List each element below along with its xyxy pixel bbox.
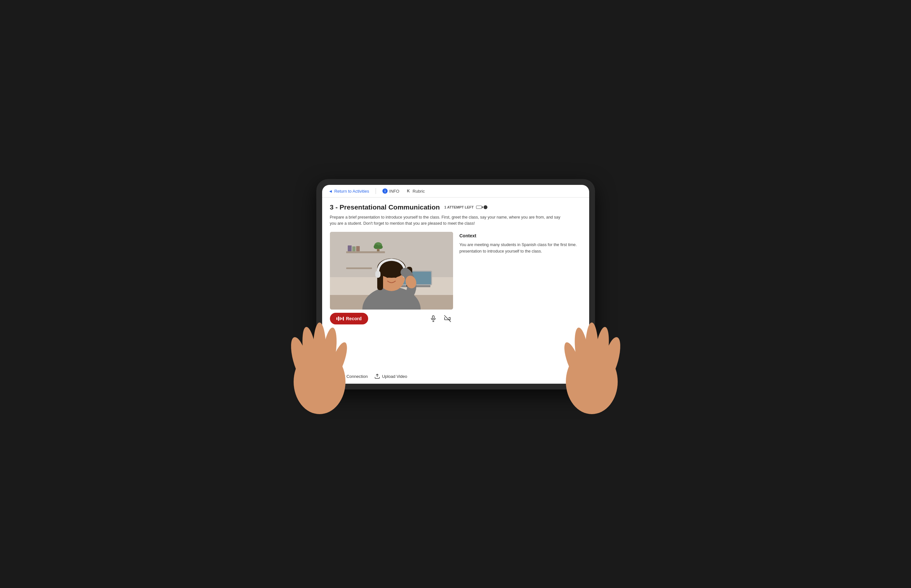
svg-rect-3 [346, 267, 372, 269]
page-title: 3 - Presentational Communication [330, 204, 440, 211]
top-nav: ◄ Return to Activities i INFO K Rubric [322, 185, 589, 197]
svg-rect-2 [346, 251, 385, 253]
hand-right-container [559, 310, 624, 415]
tab-info[interactable]: i INFO [383, 189, 399, 194]
microphone-icon [430, 315, 437, 322]
return-to-activities-link[interactable]: ◄ Return to Activities [329, 189, 370, 194]
app-container: ◄ Return to Activities i INFO K Rubric 3… [277, 173, 634, 415]
video-preview [330, 232, 453, 310]
attempts-label: 1 ATTEMPT LEFT [444, 205, 473, 209]
person-illustration [330, 232, 453, 310]
svg-line-29 [444, 315, 451, 321]
bottom-actions: Test Connection Upload Video [322, 369, 589, 384]
svg-rect-4 [348, 246, 352, 251]
svg-rect-5 [352, 246, 355, 251]
content-columns: Record [330, 232, 581, 328]
context-text: You are meeting many students in Spanish… [460, 242, 581, 255]
hand-left-container [287, 310, 352, 415]
back-arrow-icon: ◄ [329, 189, 333, 194]
upload-video-label: Upload Video [382, 374, 407, 379]
rubric-icon: K [406, 189, 411, 194]
page-title-row: 3 - Presentational Communication 1 ATTEM… [330, 204, 581, 211]
info-icon: i [383, 189, 387, 194]
tab-rubric[interactable]: K Rubric [406, 189, 425, 194]
svg-point-10 [378, 245, 383, 249]
upload-icon [374, 373, 380, 379]
info-label: INFO [389, 189, 399, 194]
upload-video-link[interactable]: Upload Video [374, 373, 407, 379]
svg-rect-21 [375, 271, 381, 278]
rubric-label: Rubric [413, 189, 425, 194]
right-hand-illustration [559, 310, 624, 414]
context-title: Context [460, 233, 581, 238]
video-off-icon [444, 315, 451, 322]
svg-point-24 [394, 275, 397, 278]
description-text: Prepare a brief presentation to introduc… [330, 214, 563, 227]
battery-icon [476, 205, 482, 209]
tablet-frame: ◄ Return to Activities i INFO K Rubric 3… [316, 179, 595, 389]
context-panel: Context You are meeting many students in… [460, 232, 581, 255]
return-label: Return to Activities [334, 189, 369, 194]
tablet-screen: ◄ Return to Activities i INFO K Rubric 3… [322, 185, 589, 384]
attempts-badge: 1 ATTEMPT LEFT [444, 205, 487, 209]
microphone-button[interactable] [428, 313, 439, 324]
main-content: 3 - Presentational Communication 1 ATTEM… [322, 197, 589, 369]
nav-divider [376, 188, 376, 194]
video-toggle-button[interactable] [442, 313, 453, 324]
svg-rect-26 [432, 315, 434, 318]
svg-rect-6 [356, 246, 360, 251]
left-hand-illustration [287, 310, 352, 414]
svg-point-23 [386, 275, 389, 278]
circle-indicator-icon [483, 205, 488, 209]
